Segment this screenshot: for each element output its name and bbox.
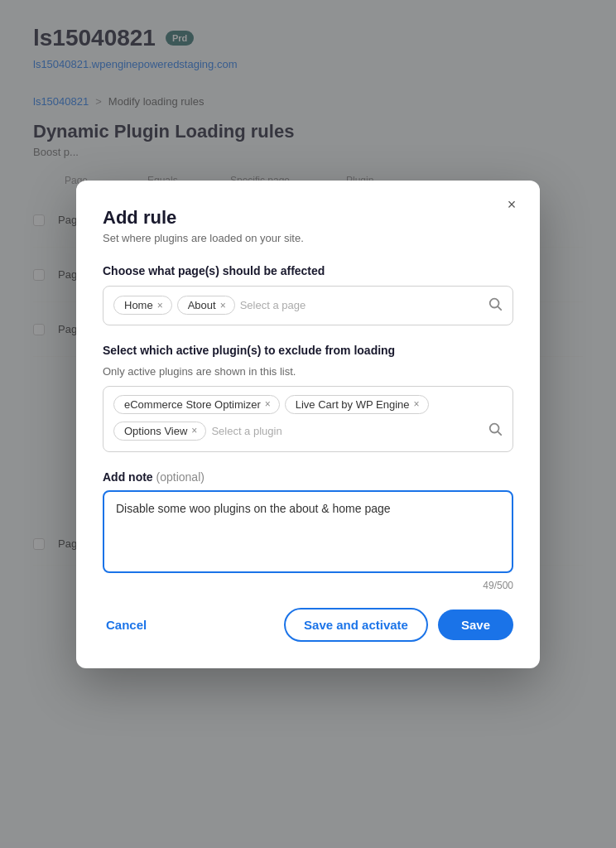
plugin-tag-options-remove[interactable]: × xyxy=(191,426,197,436)
close-button[interactable]: × xyxy=(500,194,523,217)
plugins-field-label: Select which active plugin(s) to exclude… xyxy=(103,344,513,357)
plugin-tag-livecart[interactable]: Live Cart by WP Engine × xyxy=(285,395,429,414)
page-tag-home-label: Home xyxy=(124,299,153,311)
note-label-text: Add note xyxy=(103,470,153,484)
svg-line-1 xyxy=(498,306,501,310)
note-label: Add note (optional) xyxy=(103,470,513,484)
plugin-tag-options-label: Options View xyxy=(124,425,187,437)
plugin-tag-livecart-remove[interactable]: × xyxy=(414,399,420,409)
modal-subtitle: Set where plugins are loaded on your sit… xyxy=(103,232,513,244)
plugin-tag-options[interactable]: Options View × xyxy=(113,422,206,441)
plugins-desc: Only active plugins are shown in this li… xyxy=(103,365,513,378)
save-activate-button[interactable]: Save and activate xyxy=(284,608,428,642)
pages-search-icon[interactable] xyxy=(488,296,503,315)
page-tag-home-remove[interactable]: × xyxy=(157,301,163,311)
plugin-tag-ecommerce-label: eCommerce Store Optimizer xyxy=(124,398,261,411)
note-section: Add note (optional) Disable some woo plu… xyxy=(103,470,513,591)
plugins-section: Select which active plugin(s) to exclude… xyxy=(103,344,513,452)
page-tag-home[interactable]: Home × xyxy=(113,296,172,315)
cancel-button[interactable]: Cancel xyxy=(103,611,150,638)
pages-field-label: Choose what page(s) should be affected xyxy=(103,264,513,277)
plugin-search-row: Options View × Select a plugin xyxy=(113,422,503,441)
page-tag-about-label: About xyxy=(188,299,216,311)
plugin-tag-livecart-label: Live Cart by WP Engine xyxy=(296,398,410,411)
pages-placeholder: Select a page xyxy=(240,299,483,311)
page-tag-about-remove[interactable]: × xyxy=(220,301,226,311)
modal-footer: Cancel Save and activate Save xyxy=(103,608,513,642)
plugins-selector[interactable]: eCommerce Store Optimizer × Live Cart by… xyxy=(103,386,513,452)
modal-overlay: × Add rule Set where plugins are loaded … xyxy=(0,0,616,848)
action-buttons: Save and activate Save xyxy=(284,608,513,642)
modal-title: Add rule xyxy=(103,207,513,229)
save-button[interactable]: Save xyxy=(438,610,513,640)
page-tag-about[interactable]: About × xyxy=(177,296,235,315)
char-count: 49/500 xyxy=(103,580,513,591)
pages-selector[interactable]: Home × About × Select a page xyxy=(103,286,513,325)
plugin-tags-row: eCommerce Store Optimizer × Live Cart by… xyxy=(113,395,503,414)
note-optional-text: (optional) xyxy=(156,470,205,484)
note-textarea[interactable]: Disable some woo plugins on the about & … xyxy=(103,490,513,573)
plugins-search-icon[interactable] xyxy=(488,422,503,440)
plugin-tag-ecommerce[interactable]: eCommerce Store Optimizer × xyxy=(113,395,280,414)
add-rule-modal: × Add rule Set where plugins are loaded … xyxy=(76,181,540,668)
plugins-placeholder: Select a plugin xyxy=(211,425,282,437)
plugin-tag-ecommerce-remove[interactable]: × xyxy=(265,399,271,409)
svg-line-3 xyxy=(498,431,501,435)
